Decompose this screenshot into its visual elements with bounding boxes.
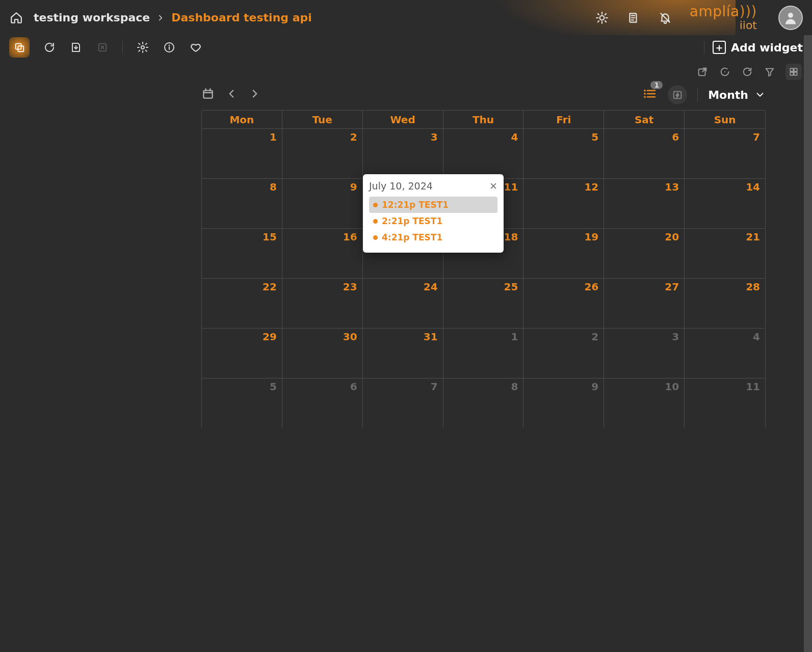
avatar[interactable] xyxy=(778,6,803,30)
calendar-day[interactable]: 22 xyxy=(202,279,282,329)
event-dot xyxy=(373,219,378,224)
save-icon[interactable] xyxy=(69,41,83,54)
dow-header: Sat xyxy=(604,111,685,129)
calendar-day[interactable]: 27 xyxy=(604,279,685,329)
prev-icon[interactable] xyxy=(225,87,238,102)
svg-marker-42 xyxy=(676,93,679,97)
dow-header: Sun xyxy=(685,111,765,129)
day-number: 5 xyxy=(270,381,277,393)
calendar-day[interactable]: 1 xyxy=(443,329,524,378)
toolbar-separator-right xyxy=(704,41,704,53)
dow-header: Wed xyxy=(363,111,443,129)
svg-line-7 xyxy=(598,20,599,21)
brand-sub: iiot xyxy=(740,20,757,31)
calendar-day[interactable]: 4 xyxy=(685,329,765,378)
calendar-day[interactable]: 31 xyxy=(363,329,443,378)
calendar-day[interactable]: 3 xyxy=(604,329,685,378)
calendar-day[interactable]: 13 xyxy=(604,179,685,229)
calendar-day[interactable]: 21 xyxy=(685,229,765,279)
calendar-day[interactable]: 5 xyxy=(202,378,282,428)
info-icon[interactable] xyxy=(163,41,176,54)
calendar-day[interactable]: 14 xyxy=(685,179,765,229)
event-item[interactable]: 2:21p TEST1 xyxy=(369,213,497,229)
calendar-day[interactable]: 6 xyxy=(604,129,685,179)
calendar-day[interactable]: 24 xyxy=(363,279,443,329)
toolbar-separator xyxy=(122,41,123,53)
calendar-day[interactable]: 2 xyxy=(523,329,604,378)
svg-rect-29 xyxy=(790,72,793,75)
calendar-day[interactable]: 4 xyxy=(443,129,524,179)
day-number: 26 xyxy=(584,281,598,293)
day-number: 28 xyxy=(746,281,760,293)
filter-icon[interactable] xyxy=(763,65,776,78)
svg-point-39 xyxy=(644,93,646,95)
svg-point-40 xyxy=(644,96,646,98)
svg-point-25 xyxy=(724,71,725,72)
workspace-link[interactable]: testing workspace xyxy=(34,11,150,24)
bolt-icon[interactable] xyxy=(668,85,687,104)
page-title: Dashboard testing api xyxy=(171,11,312,24)
calendar-day[interactable]: 7 xyxy=(685,129,765,179)
calendar-day[interactable]: 7 xyxy=(363,378,443,428)
day-number: 22 xyxy=(263,281,277,293)
event-dot xyxy=(373,203,378,207)
calendar-day[interactable]: 8 xyxy=(443,378,524,428)
view-select[interactable]: Month xyxy=(708,89,766,101)
duplicate-icon[interactable] xyxy=(9,37,30,58)
day-number: 27 xyxy=(665,281,679,293)
next-icon[interactable] xyxy=(248,87,261,102)
calendar-day[interactable]: 11 xyxy=(685,378,765,428)
day-number: 3 xyxy=(431,131,438,143)
svg-point-13 xyxy=(788,13,793,18)
calendar-day[interactable]: 29 xyxy=(202,329,282,378)
layout-icon[interactable] xyxy=(785,64,802,80)
gear-icon[interactable] xyxy=(136,41,149,54)
calendar-day[interactable]: 26 xyxy=(523,279,604,329)
add-widget-button[interactable]: ＋ Add widget xyxy=(713,41,803,54)
svg-line-8 xyxy=(605,13,606,14)
notifications-off-icon[interactable] xyxy=(658,11,672,25)
calendar-day[interactable]: 23 xyxy=(282,279,363,329)
calendar-day[interactable]: 9 xyxy=(523,378,604,428)
calendar-day[interactable]: 9 xyxy=(282,179,363,229)
calendar-day[interactable]: 8 xyxy=(202,179,282,229)
calendar-day[interactable]: 25 xyxy=(443,279,524,329)
event-item[interactable]: 4:21p TEST1 xyxy=(369,229,497,246)
day-number: 8 xyxy=(511,381,518,393)
comment-icon[interactable] xyxy=(718,65,731,78)
docs-icon[interactable] xyxy=(626,11,641,25)
theme-icon[interactable] xyxy=(595,11,609,25)
day-popover: July 10, 2024 ✕ 12:21p TEST12:21p TEST14… xyxy=(363,174,504,253)
day-number: 4 xyxy=(753,331,760,343)
calendar-day[interactable]: 12 xyxy=(523,179,604,229)
calendar-today-icon[interactable] xyxy=(201,87,215,102)
calendar-day[interactable]: 6 xyxy=(282,378,363,428)
calendar-day[interactable]: 16 xyxy=(282,229,363,279)
scrollbar-gutter[interactable] xyxy=(804,35,812,652)
svg-rect-27 xyxy=(790,68,793,71)
heart-icon[interactable] xyxy=(189,41,202,54)
event-item[interactable]: 12:21p TEST1 xyxy=(369,197,497,213)
list-badge: 1 xyxy=(650,81,663,89)
svg-point-0 xyxy=(599,15,604,20)
close-icon[interactable]: ✕ xyxy=(489,180,497,192)
calendar-day[interactable]: 30 xyxy=(282,329,363,378)
day-number: 31 xyxy=(424,331,438,343)
calendar-day[interactable]: 20 xyxy=(604,229,685,279)
svg-line-6 xyxy=(605,20,606,21)
reload-icon[interactable] xyxy=(741,65,754,78)
calendar-day[interactable]: 5 xyxy=(523,129,604,179)
list-view-icon[interactable]: 1 xyxy=(642,86,658,103)
popout-icon[interactable] xyxy=(696,65,709,78)
calendar-day[interactable]: 15 xyxy=(202,229,282,279)
calendar-day[interactable]: 10 xyxy=(604,378,685,428)
calendar-day[interactable]: 19 xyxy=(523,229,604,279)
day-number: 7 xyxy=(431,381,438,393)
refresh-icon[interactable] xyxy=(43,41,56,54)
calendar-day[interactable]: 1 xyxy=(202,129,282,179)
calendar-day[interactable]: 3 xyxy=(363,129,443,179)
calendar-header: 1 Month xyxy=(201,82,766,108)
home-icon[interactable] xyxy=(9,11,23,25)
calendar-day[interactable]: 28 xyxy=(685,279,765,329)
calendar-day[interactable]: 2 xyxy=(282,129,363,179)
